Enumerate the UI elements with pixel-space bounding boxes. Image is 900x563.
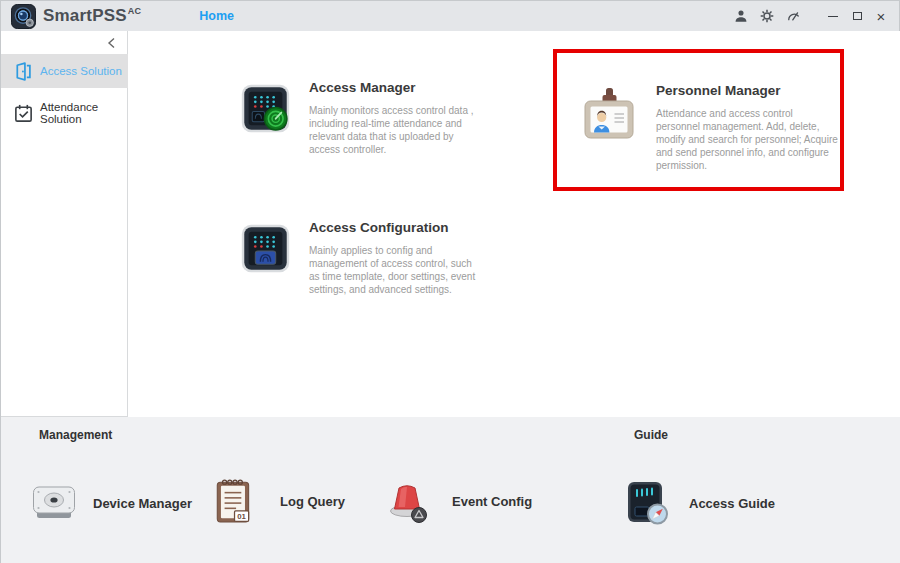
highlight-frame: Personnel Manager Attendance and access … <box>553 49 844 191</box>
footer-item-label: Device Manager <box>93 496 192 511</box>
sidebar-item-attendance-solution[interactable]: Attendance Solution <box>1 96 128 130</box>
sidebar-item-label: Access Solution <box>40 65 122 77</box>
footer-item-event-config[interactable]: Event Config <box>388 476 532 526</box>
card-title: Access Configuration <box>309 220 485 235</box>
tab-home[interactable]: Home <box>199 9 234 23</box>
footer-item-label: Log Query <box>280 494 345 509</box>
card-description: Mainly applies to config and management … <box>309 244 485 296</box>
minimize-icon[interactable] <box>823 7 843 25</box>
footer-item-label: Event Config <box>452 494 532 509</box>
gauge-icon[interactable] <box>783 7 803 25</box>
window-controls: × <box>823 7 891 25</box>
access-controller-fingerprint-icon <box>241 224 290 273</box>
close-icon[interactable]: × <box>871 7 891 25</box>
app-title: SmartPSSAC <box>43 6 141 26</box>
siren-icon <box>388 478 428 524</box>
log-badge: 01 <box>237 512 246 521</box>
content-area: Access Solution Attendance Solution <box>1 31 900 417</box>
calendar-check-icon <box>13 103 34 124</box>
footer: Management Guide Device Manager <box>1 417 900 563</box>
card-title: Personnel Manager <box>656 83 838 98</box>
card-access-configuration[interactable]: Access Configuration Mainly applies to c… <box>241 220 485 296</box>
notepad-icon: 01 <box>216 478 252 524</box>
card-access-manager[interactable]: Access Manager Mainly monitors access co… <box>241 80 481 156</box>
main-area: Access Manager Mainly monitors access co… <box>129 31 900 417</box>
sidebar-item-label: Attendance Solution <box>40 101 128 125</box>
sidebar: Access Solution Attendance Solution <box>1 31 128 417</box>
access-controller-radar-icon <box>241 84 290 133</box>
card-personnel-manager[interactable]: Personnel Manager Attendance and access … <box>581 83 838 172</box>
user-icon[interactable] <box>731 7 751 25</box>
section-title-management: Management <box>39 428 112 442</box>
app-name: SmartPSS <box>43 6 127 25</box>
card-description: Attendance and access control personnel … <box>656 107 838 172</box>
gear-icon[interactable] <box>757 7 777 25</box>
footer-item-label: Access Guide <box>689 496 775 511</box>
app-suffix: AC <box>128 6 141 16</box>
id-badge-icon <box>581 87 637 139</box>
footer-item-log-query[interactable]: 01 Log Query <box>216 476 345 526</box>
card-title: Access Manager <box>309 80 481 95</box>
maximize-icon[interactable] <box>847 7 867 25</box>
titlebar: SmartPSSAC Home <box>1 1 899 31</box>
controller-compass-icon <box>627 481 669 525</box>
hard-drive-icon <box>32 485 76 521</box>
collapse-sidebar-icon[interactable] <box>105 36 119 50</box>
app-logo-icon <box>11 4 36 29</box>
footer-item-device-manager[interactable]: Device Manager <box>32 478 192 528</box>
card-description: Mainly monitors access control data , in… <box>309 104 481 156</box>
section-title-guide: Guide <box>634 428 668 442</box>
app-window: SmartPSSAC Home <box>0 0 900 563</box>
door-icon <box>13 61 34 82</box>
footer-item-access-guide[interactable]: Access Guide <box>627 478 775 528</box>
sidebar-item-access-solution[interactable]: Access Solution <box>1 54 128 88</box>
titlebar-actions: × <box>731 7 899 25</box>
